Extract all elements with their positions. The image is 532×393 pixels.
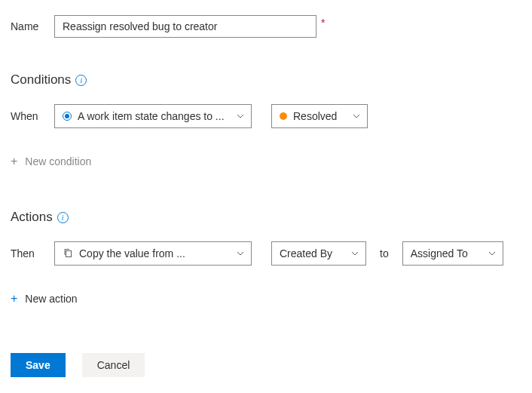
from-field-dropdown[interactable]: Created By (271, 241, 366, 266)
condition-state-dropdown[interactable]: Resolved (271, 104, 368, 128)
new-action-link[interactable]: + New action (11, 293, 78, 305)
plus-icon: + (11, 155, 17, 167)
radio-icon (63, 112, 72, 121)
cancel-button[interactable]: Cancel (82, 353, 145, 377)
rule-name-input[interactable] (54, 15, 316, 38)
action-type-dropdown[interactable]: Copy the value from ... (54, 241, 252, 266)
to-label: to (380, 247, 389, 259)
required-indicator: * (321, 17, 325, 29)
chevron-down-icon (352, 112, 361, 121)
copy-icon (63, 247, 73, 260)
state-dot-icon (280, 112, 287, 120)
then-row: Then Copy the value from ... Created By … (11, 241, 521, 266)
name-row: Name * (11, 15, 521, 38)
plus-icon: + (11, 293, 17, 305)
then-label: Then (11, 247, 54, 259)
chevron-down-icon (488, 249, 497, 258)
name-label: Name (11, 20, 54, 32)
save-button[interactable]: Save (11, 353, 66, 377)
info-icon[interactable]: i (57, 212, 69, 223)
chevron-down-icon (350, 249, 359, 258)
chevron-down-icon (236, 249, 245, 258)
conditions-heading: Conditions i (11, 72, 521, 88)
condition-trigger-dropdown[interactable]: A work item state changes to ... (54, 104, 252, 128)
footer: Save Cancel (11, 353, 521, 377)
new-condition-link[interactable]: + New condition (11, 155, 91, 167)
to-field-dropdown[interactable]: Assigned To (402, 241, 503, 266)
info-icon[interactable]: i (75, 75, 87, 86)
when-row: When A work item state changes to ... Re… (11, 104, 521, 128)
when-label: When (11, 110, 54, 122)
actions-heading: Actions i (11, 210, 521, 225)
svg-rect-0 (66, 250, 72, 256)
chevron-down-icon (236, 112, 245, 121)
